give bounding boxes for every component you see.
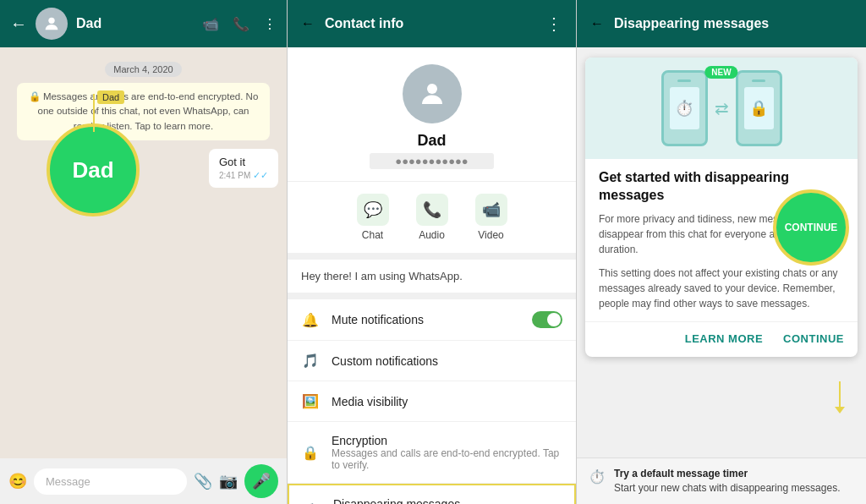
- video-call-icon[interactable]: 📹: [202, 16, 219, 32]
- learn-more-button[interactable]: LEARN MORE: [685, 332, 763, 345]
- info-more-options-icon[interactable]: ⋮: [545, 14, 562, 34]
- info-actions: 💬 Chat 📞 Audio 📹 Video: [288, 182, 576, 260]
- custom-notifications-text: Custom notifications: [332, 354, 562, 368]
- default-timer-item[interactable]: ⏱️ Try a default message timer Start you…: [589, 467, 854, 496]
- chat-action-label: Chat: [362, 229, 383, 241]
- video-action[interactable]: 📹 Video: [475, 194, 507, 241]
- disappearing-messages-text: Disappearing messages Off: [333, 497, 561, 504]
- voice-call-icon[interactable]: 📞: [233, 16, 249, 32]
- phone-left: ⏱️: [661, 70, 708, 146]
- custom-notifications-item[interactable]: 🎵 Custom notifications: [288, 341, 576, 381]
- chat-action-icon: 💬: [357, 194, 389, 226]
- read-receipt-icon: ✓✓: [253, 170, 268, 180]
- info-contact-name: Dad: [417, 132, 446, 150]
- info-phone: ●●●●●●●●●●●: [370, 153, 493, 169]
- audio-action[interactable]: 📞 Audio: [416, 194, 448, 241]
- audio-action-icon: 📞: [416, 194, 448, 226]
- disappearing-panel: ← Disappearing messages ⏱️ ⇄ 🔒 NEW Get s…: [577, 0, 866, 504]
- encryption-text: Encryption Messages and calls are end-to…: [332, 434, 562, 471]
- music-icon: 🎵: [301, 353, 320, 369]
- chat-header-icons: 📹 📞 ⋮: [202, 16, 277, 32]
- phones-illustration: ⏱️ ⇄ 🔒: [661, 70, 782, 146]
- mute-notifications-text: Mute notifications: [332, 313, 520, 326]
- mute-toggle[interactable]: [532, 311, 562, 328]
- annotation-label: Dad: [97, 90, 124, 104]
- mic-button[interactable]: 🎤: [244, 464, 278, 498]
- arrows-icon: ⇄: [715, 98, 729, 118]
- contact-info-panel: ← Contact info ⋮ Dad ●●●●●●●●●●● 💬 Chat …: [288, 0, 577, 504]
- disappearing-header-title: Disappearing messages: [614, 16, 769, 31]
- chat-header: ← Dad 📹 📞 ⋮: [0, 0, 287, 47]
- encryption-item[interactable]: 🔒 Encryption Messages and calls are end-…: [288, 422, 576, 484]
- disappearing-back-icon[interactable]: ←: [590, 16, 604, 31]
- bubble-meta: 2:41 PM ✓✓: [219, 170, 268, 181]
- message-input[interactable]: Message: [34, 468, 187, 495]
- disappearing-header: ← Disappearing messages: [577, 0, 866, 47]
- default-timer-text: Try a default message timer Start your n…: [614, 467, 840, 496]
- disappearing-bottom-section: ⏱️ Try a default message timer Start you…: [577, 457, 866, 504]
- media-visibility-text: Media visibility: [332, 395, 562, 408]
- phone-right: 🔒: [736, 70, 782, 146]
- avatar: [36, 8, 68, 40]
- phone-left-screen: ⏱️: [670, 87, 699, 129]
- emoji-icon[interactable]: 😊: [8, 472, 27, 490]
- dialog-illustration: ⏱️ ⇄ 🔒 NEW: [585, 58, 858, 159]
- video-action-icon: 📹: [475, 194, 507, 226]
- annotation-arrow: Dad: [51, 94, 95, 132]
- media-icon: 🖼️: [301, 393, 320, 409]
- disappearing-body: ⏱️ ⇄ 🔒 NEW Get started with disappearing…: [577, 47, 866, 457]
- dialog-buttons: LEARN MORE CONTINUE: [585, 321, 858, 357]
- settings-list: 🔔 Mute notifications 🎵 Custom notificati…: [288, 299, 576, 504]
- back-icon[interactable]: ←: [10, 14, 27, 34]
- chat-contact-name: Dad: [76, 16, 194, 31]
- more-options-icon[interactable]: ⋮: [263, 16, 277, 32]
- info-profile: Dad ●●●●●●●●●●●: [288, 47, 576, 182]
- continue-button[interactable]: CONTINUE: [783, 332, 844, 345]
- audio-action-label: Audio: [419, 229, 445, 241]
- mute-notifications-item[interactable]: 🔔 Mute notifications: [288, 299, 576, 341]
- dialog-desc2: This setting does not affect your existi…: [599, 266, 844, 311]
- chat-date: March 4, 2020: [8, 61, 278, 76]
- camera-icon[interactable]: 📷: [219, 472, 238, 490]
- continue-arrow-annotation: [835, 381, 845, 414]
- info-header-title: Contact info: [325, 16, 535, 31]
- chat-footer: 😊 Message 📎 📷 🎤: [0, 458, 287, 504]
- attachment-icon[interactable]: 📎: [194, 472, 212, 490]
- bubble-text: Got it: [219, 156, 245, 168]
- svg-point-0: [48, 18, 54, 24]
- chat-action[interactable]: 💬 Chat: [357, 194, 389, 241]
- info-avatar: [403, 64, 462, 123]
- chat-body: Dad Dad March 4, 2020 🔒 Messages and cal…: [0, 47, 287, 458]
- chat-panel: ← Dad 📹 📞 ⋮ Dad Dad March 4, 2020 🔒 Mess…: [0, 0, 288, 504]
- dad-highlight-circle: Dad: [47, 123, 140, 216]
- phone-right-screen: 🔒: [744, 87, 774, 129]
- info-header: ← Contact info ⋮: [288, 0, 576, 47]
- bell-icon: 🔔: [301, 312, 320, 328]
- media-visibility-item[interactable]: 🖼️ Media visibility: [288, 381, 576, 422]
- video-action-label: Video: [478, 229, 503, 241]
- lock-icon: 🔒: [301, 445, 320, 461]
- disappearing-messages-item[interactable]: ⏱️ Disappearing messages Off: [288, 484, 576, 504]
- default-timer-icon: ⏱️: [589, 468, 606, 485]
- new-badge: NEW: [704, 66, 737, 79]
- contact-bio: Hey there! I am using WhatsApp.: [288, 260, 576, 299]
- info-back-icon[interactable]: ←: [301, 16, 315, 31]
- continue-highlight-circle: CONTINUE: [773, 189, 849, 266]
- svg-point-1: [427, 84, 437, 94]
- message-bubble: Got it 2:41 PM ✓✓: [209, 149, 278, 188]
